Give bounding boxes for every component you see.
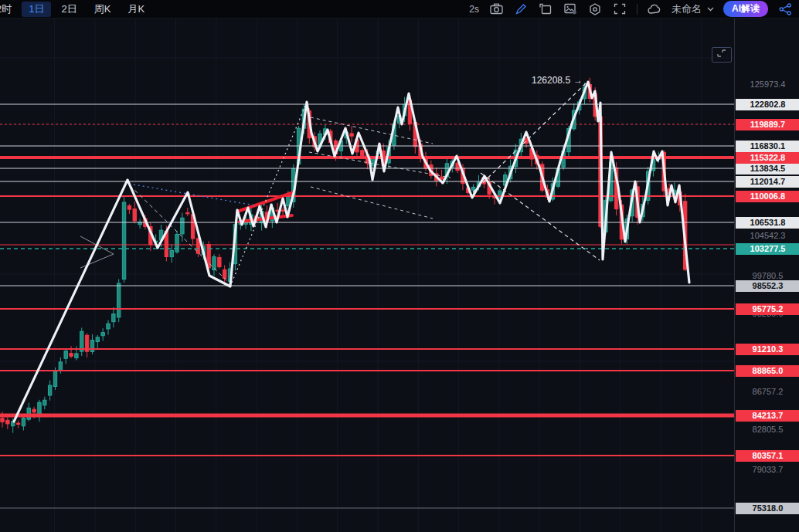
candle-body [112,314,115,322]
candle-body [281,210,284,211]
candle-body [440,177,443,179]
candle-body [361,151,364,156]
interval-tab-2日[interactable]: 2日 [54,2,83,17]
interval-tab-2时[interactable]: 2时 [0,2,19,17]
top-toolbar: 2时1日2日周K月K 2s 未 [0,0,799,19]
candle-body [471,187,474,190]
axis-price-label: 113834.5 [736,163,799,175]
candle-body [64,351,67,359]
bar-countdown: 2s [469,4,479,15]
candle-body [96,337,99,342]
toolbar-right: 2s 未命名 [469,1,793,17]
camera-icon[interactable] [488,2,504,16]
wedge-line[interactable] [80,254,114,268]
annotation-arrow-icon: → [573,75,583,86]
trading-app: 126208.5→ 125973.4122802.8119889.7116830… [0,0,799,532]
candle-body [6,420,9,424]
layout-name[interactable]: 未命名 [672,2,702,16]
axis-price-label: 95775.2 [736,303,799,315]
candle-body [287,197,290,206]
candle-body [22,418,25,425]
axis-price-label: 84213.7 [736,410,799,422]
axis-price-label: 122802.8 [736,99,799,110]
axis-price-label: 88865.0 [736,365,799,377]
dashed-trendline[interactable] [311,187,433,219]
candle-body [32,409,36,412]
draw-icon[interactable] [513,2,529,16]
axis-price-label: 91210.3 [736,344,799,355]
cloud-icon[interactable] [647,2,662,16]
candle-body [133,209,136,221]
dashed-trendline[interactable] [130,185,230,283]
corner-arrows-icon [715,49,729,60]
axis-price-label: 125973.4 [736,79,799,90]
axis-price-label: 106531.8 [736,217,799,229]
chevron-down-icon[interactable] [706,2,714,16]
annotation-price-text: 126208.5 [532,75,570,86]
candle-body [117,283,121,317]
candle-body [43,400,46,405]
candle-body [218,257,221,266]
candle-body [48,385,51,395]
dashed-trendline[interactable] [481,173,600,260]
axis-price-label: 119889.7 [736,119,799,130]
share-icon[interactable] [777,2,793,16]
candle-body [101,333,104,336]
candle-body [350,134,353,136]
axis-price-label: 75318.0 [736,503,799,514]
ai-analysis-button[interactable]: AI解读 [723,1,768,17]
chart-pane: 126208.5→ [0,0,734,532]
new-pane-icon[interactable] [538,2,553,16]
candle-body [212,257,216,270]
axis-price-label: 112014.7 [736,176,799,188]
candle-body [181,218,184,234]
candlestick-chart [0,0,734,532]
axis-price-label: 110006.8 [736,191,799,202]
fullscreen-icon[interactable] [612,2,627,16]
candle-body [186,212,189,213]
settings-icon[interactable] [587,2,603,16]
axis-price-label: 115322.8 [736,152,799,164]
toolbar-divider [637,4,638,15]
candle-body [122,202,125,280]
candle-body [525,139,528,144]
candle-body [90,341,94,352]
axis-price-label: 86757.2 [736,386,799,398]
candle-body [175,235,178,252]
candle-body [53,371,56,387]
axis-price-label: 104542.3 [736,230,799,242]
candle-body [38,402,41,415]
candle-body [75,354,78,357]
axis-price-label: 82805.5 [736,424,799,435]
candle-body [107,324,110,329]
axis-price-label: 116830.1 [736,141,799,152]
axis-price-label: 80357.1 [736,450,799,462]
candle-body [59,362,62,371]
image-icon[interactable] [563,2,578,16]
maximize-pane-icon[interactable] [712,47,732,63]
axis-price-label: 79033.7 [736,464,799,476]
candle-body [128,206,131,209]
candle-body [223,269,226,278]
axis-price-label: 103277.5 [736,243,799,255]
price-axis[interactable]: 125973.4122802.8119889.7116830.1115322.8… [734,18,799,532]
interval-tab-周K[interactable]: 周K [87,2,118,17]
candle-body [1,418,4,422]
interval-tab-1日[interactable]: 1日 [22,2,51,17]
price-annotation[interactable]: 126208.5→ [532,75,583,86]
candle-body [170,250,173,256]
interval-tab-月K[interactable]: 月K [121,2,151,17]
candle-body [70,354,73,357]
dashed-trendline[interactable] [129,184,255,205]
candle-body [16,423,19,424]
axis-price-label: 98552.3 [736,280,799,292]
interval-tabs: 2时1日2日周K月K [0,2,151,17]
